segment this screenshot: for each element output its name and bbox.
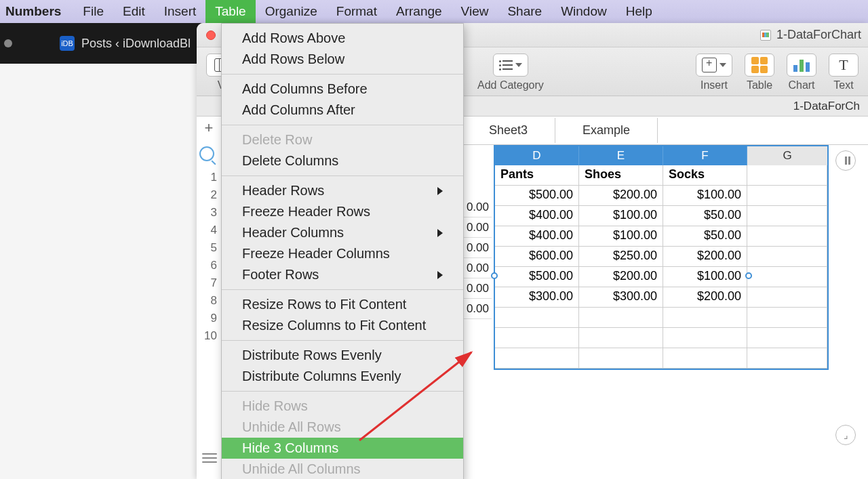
menu-arrange[interactable]: Arrange xyxy=(387,0,452,23)
menu-item[interactable]: Header Rows xyxy=(222,180,463,201)
cell[interactable]: $500.00 xyxy=(495,186,579,206)
table-button[interactable] xyxy=(745,54,774,77)
corner-button[interactable]: ⌟ xyxy=(835,425,856,445)
close-icon[interactable] xyxy=(206,30,216,40)
menu-help[interactable]: Help xyxy=(616,0,662,23)
cell[interactable] xyxy=(747,226,827,247)
cell[interactable]: $250.00 xyxy=(579,247,663,267)
cell[interactable] xyxy=(579,308,663,328)
menu-edit[interactable]: Edit xyxy=(113,0,155,23)
row-num[interactable]: 7 xyxy=(211,276,217,294)
menu-item[interactable]: Add Columns Before xyxy=(222,79,463,100)
sheet-tab[interactable]: Example xyxy=(555,118,658,143)
row-num[interactable]: 6 xyxy=(211,259,217,276)
row-num[interactable]: 10 xyxy=(204,329,217,347)
cell[interactable] xyxy=(579,328,663,348)
cell[interactable]: $200.00 xyxy=(663,287,747,308)
row-num[interactable]: 5 xyxy=(211,241,217,259)
column-header[interactable]: D xyxy=(495,146,579,165)
menu-item[interactable]: Footer Rows xyxy=(222,264,463,285)
menu-window[interactable]: Window xyxy=(551,0,616,23)
row-num[interactable]: 8 xyxy=(211,294,217,312)
cell[interactable] xyxy=(747,348,827,369)
cell[interactable] xyxy=(747,186,827,206)
cell[interactable] xyxy=(747,206,827,226)
add-category-button[interactable] xyxy=(493,54,528,77)
submenu-arrow-icon xyxy=(437,229,443,237)
chart-button[interactable] xyxy=(787,54,816,77)
menu-insert[interactable]: Insert xyxy=(155,0,206,23)
cell[interactable] xyxy=(747,165,827,186)
row-num[interactable]: 4 xyxy=(211,224,217,241)
cell[interactable]: Pants xyxy=(495,165,579,186)
cell[interactable] xyxy=(579,348,663,369)
text-button[interactable]: T xyxy=(829,54,859,77)
cell[interactable] xyxy=(495,348,579,369)
search-icon[interactable] xyxy=(199,146,214,161)
menu-item[interactable]: Add Rows Below xyxy=(222,49,463,70)
cell[interactable] xyxy=(663,308,747,328)
pause-button[interactable] xyxy=(835,150,856,171)
menu-table[interactable]: Table xyxy=(205,0,255,23)
menu-icon[interactable] xyxy=(202,457,217,459)
sheet-tab[interactable]: Sheet3 xyxy=(461,118,555,143)
menu-item[interactable]: Add Columns After xyxy=(222,100,463,121)
cell[interactable]: $100.00 xyxy=(579,226,663,247)
cell[interactable]: $200.00 xyxy=(663,247,747,267)
add-sheet-button[interactable]: + xyxy=(201,121,217,136)
menu-item[interactable]: Freeze Header Rows xyxy=(222,201,463,222)
cell[interactable] xyxy=(663,348,747,369)
column-header[interactable]: G xyxy=(747,146,827,165)
menu-file[interactable]: File xyxy=(73,0,113,23)
cell[interactable] xyxy=(747,267,827,287)
cell[interactable]: Socks xyxy=(663,165,747,186)
cell[interactable] xyxy=(747,308,827,328)
annotation-arrow-icon xyxy=(353,346,481,447)
cell[interactable]: $200.00 xyxy=(579,267,663,287)
menu-item[interactable]: Resize Columns to Fit Content xyxy=(222,315,463,336)
cell[interactable] xyxy=(663,328,747,348)
spreadsheet-table[interactable]: D E F G PantsShoesSocks$500.00$200.00$10… xyxy=(494,145,829,370)
menu-item[interactable]: Header Columns xyxy=(222,222,463,243)
cell[interactable] xyxy=(747,328,827,348)
cell[interactable]: $600.00 xyxy=(495,247,579,267)
system-menubar: Numbers File Edit Insert Table Organize … xyxy=(0,0,868,23)
cell[interactable]: $300.00 xyxy=(495,287,579,308)
row-num[interactable]: 2 xyxy=(211,188,217,206)
menu-item[interactable]: Delete Columns xyxy=(222,150,463,171)
cell[interactable]: $400.00 xyxy=(495,206,579,226)
menu-share[interactable]: Share xyxy=(498,0,551,23)
row-num[interactable]: 9 xyxy=(211,312,217,329)
browser-tab[interactable]: iDB Posts ‹ iDownloadBl xyxy=(60,36,191,51)
cell[interactable]: $100.00 xyxy=(663,267,747,287)
cell[interactable]: $400.00 xyxy=(495,226,579,247)
menu-item[interactable]: Freeze Header Columns xyxy=(222,243,463,264)
cell[interactable] xyxy=(495,308,579,328)
cell[interactable]: $100.00 xyxy=(579,206,663,226)
row-num[interactable]: 3 xyxy=(211,206,217,224)
cell[interactable] xyxy=(747,287,827,308)
cell[interactable]: $300.00 xyxy=(579,287,663,308)
cell[interactable] xyxy=(495,328,579,348)
cell[interactable]: $50.00 xyxy=(663,206,747,226)
column-header[interactable]: E xyxy=(579,146,663,165)
menu-format[interactable]: Format xyxy=(327,0,387,23)
list-icon xyxy=(499,60,513,70)
selection-handle-icon[interactable] xyxy=(745,272,752,279)
column-header[interactable]: F xyxy=(663,146,747,165)
cell[interactable]: $50.00 xyxy=(663,226,747,247)
menu-item[interactable]: Resize Rows to Fit Content xyxy=(222,294,463,315)
cell[interactable] xyxy=(747,247,827,267)
app-name[interactable]: Numbers xyxy=(5,4,61,19)
cell[interactable]: $100.00 xyxy=(663,186,747,206)
cell[interactable]: $500.00 xyxy=(495,267,579,287)
selection-handle-icon[interactable] xyxy=(491,272,498,279)
menu-item[interactable]: Add Rows Above xyxy=(222,28,463,49)
document-title: 1-DataForChart xyxy=(760,28,861,42)
insert-button[interactable] xyxy=(696,54,732,77)
row-num[interactable]: 1 xyxy=(211,171,217,188)
menu-view[interactable]: View xyxy=(452,0,498,23)
cell[interactable]: Shoes xyxy=(579,165,663,186)
cell[interactable]: $200.00 xyxy=(579,186,663,206)
menu-organize[interactable]: Organize xyxy=(256,0,327,23)
